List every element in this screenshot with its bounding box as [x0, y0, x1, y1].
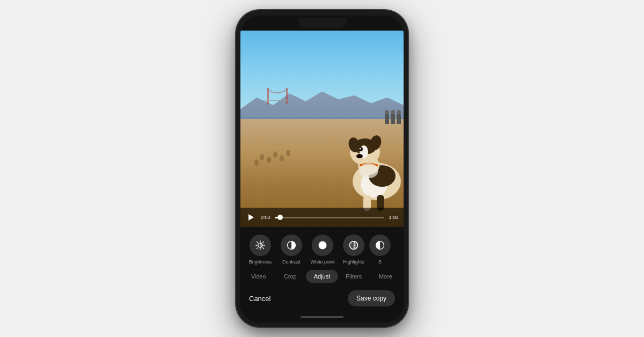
- contrast-label: Contrast: [282, 259, 301, 265]
- controls-panel: Brightness Contrast: [240, 227, 404, 323]
- screen: 0:00 1:00: [240, 16, 404, 323]
- svg-point-23: [286, 150, 290, 156]
- adjust-icons-row: Brightness Contrast: [240, 227, 404, 267]
- tab-filters[interactable]: Filters: [338, 270, 370, 283]
- tab-more[interactable]: More: [370, 270, 401, 283]
- time-end: 1:00: [389, 215, 398, 220]
- timeline-thumb[interactable]: [277, 215, 283, 220]
- svg-point-34: [319, 241, 327, 250]
- home-bar: [301, 316, 343, 318]
- adjust-item-brightness[interactable]: Brightness: [245, 235, 276, 265]
- contrast-icon-circle: [281, 235, 302, 256]
- highlights-label: Highlights: [343, 259, 364, 265]
- tab-crop[interactable]: Crop: [274, 270, 306, 283]
- svg-point-18: [254, 159, 259, 166]
- svg-point-11: [360, 148, 361, 150]
- white-point-icon-circle: [312, 235, 333, 256]
- svg-point-17: [359, 163, 378, 178]
- play-button[interactable]: [246, 212, 257, 223]
- phone-wrapper: 0:00 1:00: [236, 10, 408, 327]
- brightness-label: Brightness: [249, 259, 272, 265]
- shadows-icon-circle: [369, 235, 391, 256]
- svg-line-30: [263, 248, 264, 249]
- home-indicator: [240, 312, 404, 323]
- svg-line-29: [257, 242, 258, 243]
- timeline[interactable]: [275, 217, 385, 218]
- tab-video[interactable]: Video: [243, 270, 274, 283]
- cancel-button[interactable]: Cancel: [249, 295, 270, 303]
- notch: [298, 18, 346, 28]
- tab-bar: Video Crop Adjust Filters More: [240, 267, 404, 286]
- highlights-icon-circle: [343, 235, 364, 256]
- status-bar: [240, 16, 404, 31]
- adjust-item-white-point[interactable]: White point: [307, 235, 338, 265]
- contrast-icon: [286, 240, 297, 251]
- white-point-label: White point: [310, 259, 334, 265]
- save-copy-button[interactable]: Save copy: [348, 290, 395, 306]
- highlights-icon: [348, 240, 359, 251]
- shadows-label: S: [378, 259, 382, 265]
- svg-point-20: [267, 157, 271, 163]
- svg-point-22: [280, 155, 284, 162]
- svg-line-31: [263, 242, 264, 243]
- phone-body: 0:00 1:00: [236, 10, 408, 327]
- brightness-icon: [255, 240, 266, 251]
- bridge-svg: [257, 85, 299, 107]
- person-1: [385, 113, 389, 124]
- person-2: [391, 113, 395, 124]
- person-3: [397, 113, 401, 124]
- brightness-icon-circle: [250, 235, 271, 256]
- svg-point-40: [350, 241, 358, 250]
- adjust-item-shadows[interactable]: S: [369, 235, 391, 265]
- video-controls: 0:00 1:00: [240, 208, 404, 227]
- action-bar: Cancel Save copy: [240, 286, 404, 312]
- svg-point-12: [356, 154, 363, 158]
- svg-point-21: [273, 151, 277, 158]
- shadows-icon: [375, 240, 385, 251]
- svg-point-19: [260, 154, 264, 160]
- video-area: 0:00 1:00: [240, 31, 404, 227]
- people-layer: [385, 113, 401, 124]
- white-point-icon: [317, 240, 328, 251]
- play-icon: [248, 214, 254, 221]
- time-start: 0:00: [261, 215, 270, 220]
- svg-line-32: [257, 248, 258, 249]
- footprints-svg: [248, 136, 302, 168]
- adjust-item-contrast[interactable]: Contrast: [276, 235, 307, 265]
- adjust-item-highlights[interactable]: Highlights: [338, 235, 369, 265]
- tab-adjust[interactable]: Adjust: [306, 270, 338, 283]
